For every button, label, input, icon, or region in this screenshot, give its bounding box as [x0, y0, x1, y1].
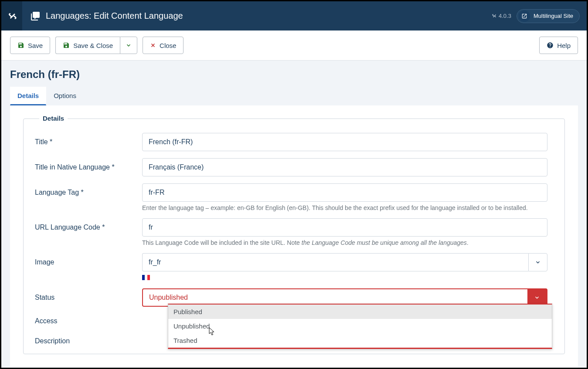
status-dropdown: Published Unpublished Trashed: [168, 304, 552, 349]
chevron-down-icon: [126, 42, 132, 48]
comments-icon: [30, 11, 41, 21]
label-urlcode: URL Language Code *: [35, 218, 142, 246]
tab-options[interactable]: Options: [46, 87, 84, 105]
input-tag[interactable]: [142, 183, 547, 202]
save-button[interactable]: Save: [10, 37, 50, 54]
page-title: French (fr-FR): [10, 68, 578, 81]
label-title: Title *: [35, 133, 142, 151]
input-native[interactable]: [142, 158, 547, 176]
select-image[interactable]: fr_fr: [142, 253, 547, 271]
panel-details: Details Title * Title in Native Language…: [10, 105, 578, 367]
version-text: 4.0.3: [499, 13, 511, 19]
help-urlcode: This Language Code will be included in t…: [142, 239, 547, 246]
save-close-label: Save & Close: [73, 42, 113, 49]
save-dropdown-button[interactable]: [120, 37, 137, 54]
input-urlcode[interactable]: [142, 218, 547, 237]
label-native: Title in Native Language *: [35, 158, 142, 176]
help-label: Help: [557, 42, 571, 49]
admin-header: Languages: Edit Content Language 4.0.3 M…: [1, 1, 587, 30]
site-link-button[interactable]: Multilingual Site: [517, 9, 580, 23]
help-urlcode-plain: This Language Code will be included in t…: [142, 239, 302, 246]
external-link-icon: [519, 10, 530, 22]
question-icon: [547, 42, 554, 49]
select-image-value: fr_fr: [142, 253, 528, 271]
header-right: 4.0.3 Multilingual Site: [491, 9, 587, 23]
close-button[interactable]: Close: [143, 37, 184, 54]
fieldset-details: Details Title * Title in Native Language…: [23, 118, 565, 354]
chevron-down-icon: [534, 295, 540, 301]
status-option-trashed[interactable]: Trashed: [168, 333, 552, 348]
content-area: French (fr-FR) Details Options Details T…: [1, 61, 587, 368]
site-name-text: Multilingual Site: [534, 13, 573, 19]
tab-details[interactable]: Details: [10, 87, 46, 105]
save-close-group: Save & Close: [55, 37, 137, 54]
save-close-button[interactable]: Save & Close: [55, 37, 120, 54]
help-tag: Enter the language tag – example: en-GB …: [142, 204, 547, 211]
fieldset-legend: Details: [39, 115, 68, 122]
input-title[interactable]: [142, 133, 547, 151]
version-display: 4.0.3: [491, 13, 511, 19]
joomla-small-icon: [491, 13, 497, 19]
label-access: Access: [35, 312, 142, 325]
status-option-unpublished[interactable]: Unpublished: [168, 319, 552, 333]
help-button[interactable]: Help: [539, 37, 578, 54]
toolbar: Save Save & Close Close Help: [1, 30, 587, 61]
header-title-text: Languages: Edit Content Language: [46, 11, 183, 21]
joomla-logo[interactable]: [1, 1, 22, 30]
save-icon: [17, 42, 24, 49]
flag-fr-icon: [142, 275, 150, 280]
page-header-title: Languages: Edit Content Language: [22, 11, 183, 21]
label-description: Description: [35, 332, 142, 345]
save-icon: [63, 42, 70, 49]
label-tag: Language Tag *: [35, 183, 142, 211]
select-image-arrow: [528, 253, 547, 271]
label-image: Image: [35, 253, 142, 281]
status-option-published[interactable]: Published: [168, 305, 552, 319]
help-urlcode-em: the Language Code must be unique among a…: [302, 239, 467, 246]
label-status: Status: [35, 288, 142, 307]
tabs: Details Options: [10, 87, 578, 105]
save-label: Save: [28, 42, 43, 49]
row-tag: Language Tag * Enter the language tag – …: [35, 183, 553, 211]
joomla-icon: [7, 11, 17, 21]
close-label: Close: [160, 42, 176, 49]
chevron-down-icon: [535, 259, 541, 265]
close-icon: [150, 42, 156, 48]
row-urlcode: URL Language Code * This Language Code w…: [35, 218, 553, 246]
row-title: Title *: [35, 133, 553, 151]
row-native: Title in Native Language *: [35, 158, 553, 176]
row-image: Image fr_fr: [35, 253, 553, 281]
